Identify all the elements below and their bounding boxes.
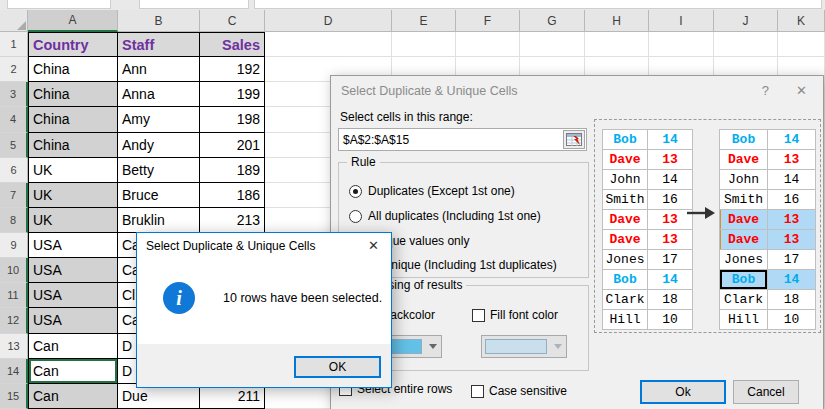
cell-A5[interactable]: China [28, 133, 118, 158]
range-picker-button[interactable] [563, 130, 585, 149]
rule-option-1[interactable]: Duplicates (Except 1st one) [349, 184, 515, 198]
cell-A3[interactable]: China [28, 82, 118, 107]
dropdown-arrow-icon[interactable] [550, 336, 566, 357]
row-header-1[interactable]: 1 [0, 32, 28, 57]
cell-I1[interactable] [649, 32, 714, 57]
row-header-3[interactable]: 3 [0, 82, 28, 107]
preview-row: Dave13 [603, 210, 693, 230]
fontcolor-dropdown[interactable] [481, 335, 567, 358]
formula-input[interactable] [254, 0, 822, 9]
column-header-H[interactable]: H [585, 10, 649, 32]
row-header-11[interactable]: 11 [0, 283, 28, 308]
row-header-12[interactable]: 12 [0, 308, 28, 333]
column-header-I[interactable]: I [649, 10, 714, 32]
cell-C5[interactable]: 201 [200, 133, 265, 158]
preview-row: Dave13 [720, 150, 816, 170]
column-header-K[interactable]: K [778, 10, 825, 32]
dropdown-arrow-icon[interactable] [425, 336, 441, 357]
preview-row: Jones17 [603, 250, 693, 270]
cell-A13[interactable]: Can [28, 334, 118, 359]
message-box-ok-button[interactable]: OK [294, 356, 381, 378]
cell-A4[interactable]: China [28, 107, 118, 132]
column-header-G[interactable]: G [520, 10, 585, 32]
range-value: $A$2:$A$15 [343, 133, 409, 147]
cell-A7[interactable]: UK [28, 183, 118, 208]
row-header-7[interactable]: 7 [0, 183, 28, 208]
cell-B5[interactable]: Andy [118, 133, 200, 158]
radio-icon[interactable] [349, 210, 362, 223]
cell-A15[interactable]: Can [28, 384, 118, 409]
range-input[interactable]: $A$2:$A$15 [338, 128, 587, 151]
message-box-close-icon[interactable]: ✕ [368, 238, 379, 253]
cell-A1[interactable]: Country [28, 32, 118, 57]
cell-B4[interactable]: Amy [118, 107, 200, 132]
row-header-9[interactable]: 9 [0, 233, 28, 258]
cell-A14[interactable]: Can [28, 359, 118, 384]
column-header-E[interactable]: E [392, 10, 456, 32]
cell-C7[interactable]: 186 [200, 183, 265, 208]
column-header-C[interactable]: C [200, 10, 265, 32]
info-icon: i [163, 282, 195, 314]
dialog-title: Select Duplicate & Unique Cells [341, 84, 517, 98]
column-header-J[interactable]: J [714, 10, 778, 32]
preview-row: Hill10 [720, 310, 816, 330]
cell-C2[interactable]: 192 [200, 57, 265, 82]
cell-A11[interactable]: USA [28, 283, 118, 308]
preview-cell-name: Smith [720, 190, 768, 210]
cell-E1[interactable] [392, 32, 456, 57]
cancel-button[interactable]: Cancel [733, 380, 799, 404]
fill-font-color-box[interactable] [472, 309, 485, 322]
row-header-8[interactable]: 8 [0, 208, 28, 233]
cell-J1[interactable] [714, 32, 778, 57]
help-icon[interactable]: ? [762, 83, 769, 98]
cell-B8[interactable]: Bruklin [118, 208, 200, 233]
cell-C3[interactable]: 199 [200, 82, 265, 107]
column-header-A[interactable]: A [28, 10, 118, 32]
preview-cell-value: 14 [648, 270, 693, 290]
cell-B6[interactable]: Betty [118, 158, 200, 183]
row-header-4[interactable]: 4 [0, 107, 28, 132]
ok-button[interactable]: Ok [640, 380, 726, 404]
cell-A12[interactable]: USA [28, 308, 118, 333]
case-sensitive-checkbox[interactable]: Case sensitive [471, 384, 567, 398]
cell-C4[interactable]: 198 [200, 107, 265, 132]
column-header-B[interactable]: B [118, 10, 200, 32]
cell-B3[interactable]: Anna [118, 82, 200, 107]
select-all-corner[interactable] [0, 10, 28, 32]
radio-icon[interactable] [349, 185, 362, 198]
row-header-15[interactable]: 15 [0, 384, 28, 409]
preview-cell-name: Jones [720, 250, 768, 270]
column-header-D[interactable]: D [265, 10, 392, 32]
cell-A2[interactable]: China [28, 57, 118, 82]
cell-F1[interactable] [456, 32, 520, 57]
row-header-5[interactable]: 5 [0, 133, 28, 158]
preview-cell-name: Dave [720, 150, 768, 170]
cell-A6[interactable]: UK [28, 158, 118, 183]
preview-cell-value: 17 [768, 250, 816, 270]
rule-option-2[interactable]: All duplicates (Including 1st one) [349, 209, 541, 223]
row-header-2[interactable]: 2 [0, 57, 28, 82]
row-header-14[interactable]: 14 [0, 359, 28, 384]
cell-K1[interactable] [778, 32, 825, 57]
cell-C1[interactable]: Sales [200, 32, 265, 57]
cell-H1[interactable] [585, 32, 649, 57]
cell-B7[interactable]: Bruce [118, 183, 200, 208]
fill-font-color-checkbox[interactable]: Fill font color [472, 308, 558, 322]
row-header-10[interactable]: 10 [0, 258, 28, 283]
cell-C6[interactable]: 189 [200, 158, 265, 183]
cell-D1[interactable] [265, 32, 392, 57]
cell-A10[interactable]: USA [28, 258, 118, 283]
preview-cell-name: Hill [603, 310, 648, 330]
cell-G1[interactable] [520, 32, 585, 57]
case-sensitive-box[interactable] [471, 385, 484, 398]
close-icon[interactable]: ✕ [796, 83, 807, 98]
column-header-F[interactable]: F [456, 10, 520, 32]
name-box[interactable] [7, 0, 111, 9]
cell-B1[interactable]: Staff [118, 32, 200, 57]
cell-A8[interactable]: UK [28, 208, 118, 233]
row-header-6[interactable]: 6 [0, 158, 28, 183]
cell-C8[interactable]: 213 [200, 208, 265, 233]
cell-A9[interactable]: USA [28, 233, 118, 258]
row-header-13[interactable]: 13 [0, 334, 28, 359]
cell-B2[interactable]: Ann [118, 57, 200, 82]
